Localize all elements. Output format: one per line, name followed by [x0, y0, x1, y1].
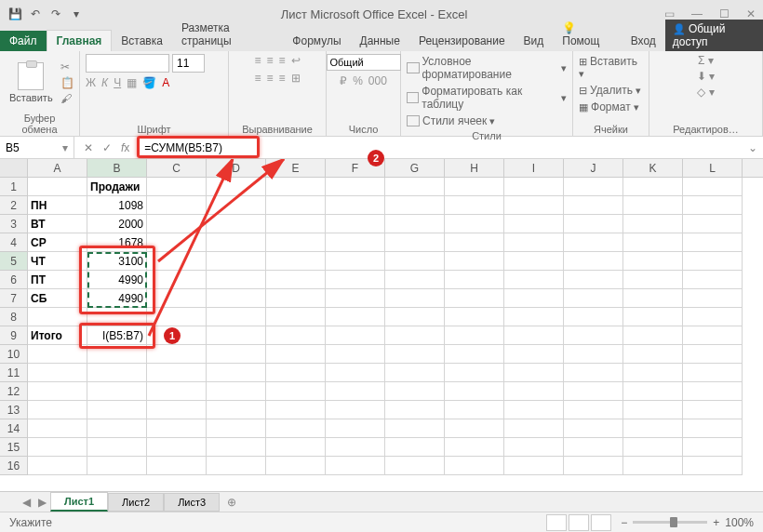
accept-formula-icon[interactable]: ✓ — [102, 141, 112, 154]
cell[interactable]: 2000 — [87, 215, 147, 233]
row-header[interactable]: 6 — [0, 271, 28, 289]
border-button[interactable]: ▦ — [127, 76, 137, 89]
paste-button[interactable]: Вставить — [6, 60, 57, 105]
align-top-icon[interactable]: ≡ — [254, 54, 261, 67]
qat-dropdown-icon[interactable]: ▾ — [69, 7, 84, 21]
tab-review[interactable]: Рецензирование — [409, 31, 515, 51]
minimize-icon[interactable]: — — [691, 7, 703, 20]
cancel-formula-icon[interactable]: ✕ — [84, 141, 93, 154]
wrap-icon[interactable]: ↩ — [291, 54, 301, 67]
merge-icon[interactable]: ⊞ — [291, 72, 301, 85]
col-header[interactable]: L — [683, 159, 743, 177]
bold-button[interactable]: Ж — [86, 76, 96, 89]
ribbon-options-icon[interactable]: ▭ — [664, 7, 675, 20]
undo-icon[interactable]: ↶ — [28, 7, 43, 21]
view-pagebreak-icon[interactable] — [591, 514, 611, 531]
tab-insert[interactable]: Вставка — [112, 31, 172, 51]
cell[interactable]: І(B5:B7) — [87, 326, 147, 345]
zoom-out-icon[interactable]: − — [621, 516, 627, 529]
name-box[interactable]: B5▾ — [0, 137, 74, 158]
tab-data[interactable]: Данные — [351, 31, 409, 51]
tab-formulas[interactable]: Формулы — [283, 31, 350, 51]
cell[interactable]: ЧТ — [28, 252, 87, 271]
row-header[interactable]: 13 — [0, 401, 28, 419]
copy-icon[interactable]: 📋 — [60, 76, 74, 89]
align-mid-icon[interactable]: ≡ — [266, 54, 273, 67]
formula-bar[interactable]: =СУММ(B5:B7) — [139, 137, 743, 158]
row-header[interactable]: 9 — [0, 326, 28, 345]
row-header[interactable]: 11 — [0, 364, 28, 382]
clear-icon[interactable]: ◇ ▾ — [697, 86, 714, 99]
col-header[interactable]: C — [147, 159, 207, 177]
row-header[interactable]: 10 — [0, 345, 28, 364]
tab-help[interactable]: 💡 Помощ — [553, 18, 621, 51]
cell[interactable]: 4990 — [87, 289, 147, 308]
underline-button[interactable]: Ч — [114, 76, 121, 89]
col-header[interactable]: K — [623, 159, 683, 177]
col-header[interactable]: J — [564, 159, 623, 177]
redo-icon[interactable]: ↷ — [48, 7, 63, 21]
row-header[interactable]: 12 — [0, 382, 28, 401]
font-size-input[interactable] — [172, 54, 205, 73]
col-header[interactable]: B — [87, 159, 147, 177]
row-header[interactable]: 15 — [0, 438, 28, 457]
col-header[interactable]: F — [326, 159, 385, 177]
row-header[interactable]: 1 — [0, 178, 28, 196]
row-header[interactable]: 5 — [0, 252, 28, 271]
sheet-nav-prev-icon[interactable]: ◀ — [19, 496, 34, 509]
delete-cells-button[interactable]: ⊟ Удалить ▾ — [579, 83, 641, 98]
cell[interactable] — [28, 178, 87, 196]
fx-icon[interactable]: fx — [121, 141, 129, 154]
cell[interactable]: 4990 — [87, 271, 147, 289]
currency-icon[interactable]: ₽ — [340, 74, 347, 87]
cell[interactable]: ВТ — [28, 215, 87, 233]
autosum-icon[interactable]: Σ ▾ — [698, 54, 714, 67]
close-icon[interactable]: ✕ — [746, 7, 756, 20]
row-header[interactable]: 2 — [0, 196, 28, 215]
conditional-format-button[interactable]: Условное форматирование ▾ — [407, 54, 567, 82]
cell[interactable]: 1098 — [87, 196, 147, 215]
col-header[interactable]: I — [504, 159, 564, 177]
cell-styles-button[interactable]: Стили ячеек ▾ — [407, 113, 495, 128]
row-header[interactable]: 16 — [0, 457, 28, 475]
row-header[interactable]: 14 — [0, 419, 28, 438]
row-header[interactable]: 3 — [0, 215, 28, 233]
row-header[interactable]: 7 — [0, 289, 28, 308]
cell[interactable]: СР — [28, 233, 87, 252]
share-button[interactable]: 👤 Общий доступ — [665, 20, 763, 51]
cell[interactable]: 3100 — [87, 252, 147, 271]
sheet-tab[interactable]: Лист2 — [108, 493, 164, 512]
align-center-icon[interactable]: ≡ — [266, 72, 273, 85]
cell[interactable]: Продажи — [87, 178, 147, 196]
insert-cells-button[interactable]: ⊞ Вставить ▾ — [579, 54, 643, 81]
view-normal-icon[interactable] — [546, 514, 567, 531]
zoom-slider[interactable] — [633, 521, 707, 524]
view-layout-icon[interactable] — [569, 514, 589, 531]
cell[interactable]: СБ — [28, 289, 87, 308]
tab-view[interactable]: Вид — [515, 31, 554, 51]
cell[interactable]: Итого — [28, 326, 87, 345]
row-header[interactable]: 8 — [0, 308, 28, 326]
format-table-button[interactable]: Форматировать как таблицу ▾ — [407, 84, 567, 112]
align-left-icon[interactable]: ≡ — [254, 72, 261, 85]
number-format-select[interactable] — [327, 54, 401, 71]
cell[interactable]: 1678 — [87, 233, 147, 252]
cell[interactable]: ПН — [28, 196, 87, 215]
tab-home[interactable]: Главная — [47, 30, 113, 51]
format-painter-icon[interactable]: 🖌 — [60, 92, 74, 105]
maximize-icon[interactable]: ☐ — [719, 7, 730, 20]
col-header[interactable]: A — [28, 159, 87, 177]
sheet-nav-next-icon[interactable]: ▶ — [34, 496, 50, 509]
italic-button[interactable]: К — [101, 76, 108, 89]
fill-icon[interactable]: ⬇ ▾ — [697, 70, 715, 83]
fill-color-button[interactable]: 🪣 — [142, 76, 156, 89]
zoom-level[interactable]: 100% — [725, 516, 754, 529]
col-header[interactable]: D — [207, 159, 266, 177]
add-sheet-icon[interactable]: ⊕ — [220, 496, 244, 509]
align-bot-icon[interactable]: ≡ — [279, 54, 286, 67]
font-color-button[interactable]: A — [162, 76, 169, 89]
tab-file[interactable]: Файл — [0, 31, 47, 51]
row-header[interactable]: 4 — [0, 233, 28, 252]
sheet-tab[interactable]: Лист1 — [50, 492, 108, 512]
expand-formula-icon[interactable]: ⌄ — [743, 141, 763, 154]
